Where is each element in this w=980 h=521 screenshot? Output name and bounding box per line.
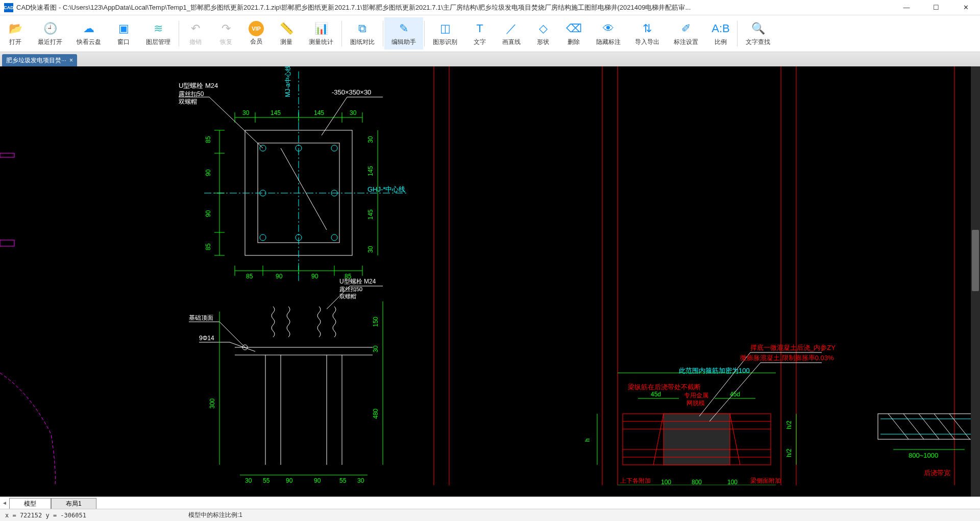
toolbar-label: 图纸对比 [350,38,375,46]
toolbar-stats[interactable]: 📊测量统计 [302,17,340,50]
vertical-scrollbar[interactable] [971,66,980,496]
eraser-icon: ⌫ [566,20,582,37]
clock-icon: 🕘 [42,20,58,37]
layout-tabbar: ◄ 模型 布局1 [0,496,980,509]
toolbar-eraser[interactable]: ⌫删除 [558,17,589,50]
svg-text:30: 30 [357,477,364,484]
u-bolt-line2: 露丝扣50 [179,90,204,98]
titlebar: CAD CAD快速看图 - C:\Users\123\AppData\Local… [0,0,980,15]
toolbar-label: 图形识别 [433,38,457,46]
svg-text:90: 90 [276,273,283,280]
svg-text:85: 85 [205,243,212,250]
rebar-continuous-note: 梁纵筋在后浇带处不截断 [628,383,701,391]
toolbar-undo[interactable]: ↶撤销 [180,17,211,50]
tab-nav-left[interactable]: ◄ [0,497,9,509]
svg-text:露丝扣50: 露丝扣50 [339,286,362,292]
svg-text:30: 30 [367,136,374,143]
toolbar-text[interactable]: T文字 [464,17,495,50]
toolbar-label: 恢复 [220,38,232,46]
stats-icon: 📊 [313,20,329,37]
toolbar-label: 导入导出 [635,38,659,46]
svg-text:145: 145 [367,166,374,176]
toolbar-hide[interactable]: 👁隐藏标注 [589,17,628,50]
svg-text:h/2: h/2 [786,420,793,429]
toolbar-layers[interactable]: ≋图层管理 [139,17,178,50]
toolbar-edit-assist[interactable]: ✎编辑助手 [384,17,423,50]
svg-text:480: 480 [372,409,379,419]
svg-text:55: 55 [263,477,270,484]
edit-assist-icon: ✎ [396,20,412,37]
svg-text:85: 85 [205,136,212,143]
close-button[interactable]: ✕ [955,2,976,14]
annotate-settings-icon: ✐ [678,20,694,37]
coordinates-readout: x = 722152 y = -306051 [5,512,86,519]
ghj-centerline-label: GHJ-*中心线 [368,185,405,193]
toolbar-label: 打开 [9,38,21,46]
toolbar-label: 会员 [250,37,262,46]
toolbar-label: 画直线 [502,38,521,46]
toolbar-label: 编辑助手 [391,38,416,46]
tab-layout1[interactable]: 布局1 [51,498,96,509]
scrollbar-thumb[interactable] [972,230,979,291]
mja-centerline-label: MJ-a中心线 [284,66,291,97]
toolbar-recognize[interactable]: ◫图形识别 [426,17,464,50]
svg-text:90: 90 [311,273,318,280]
toolbar-ruler[interactable]: 📏测量 [271,17,302,50]
rebar-note: 9Φ14 [199,335,214,342]
toolbar-window[interactable]: ▣窗口 [108,17,139,50]
toolbar-label: 撤销 [189,38,202,46]
compare-icon: ⧉ [354,20,371,37]
plate-size-label: -350×350×30 [332,88,371,96]
toolbar-import-export[interactable]: ⇅导入导出 [628,17,667,50]
toolbar-ratio[interactable]: A:B比例 [705,17,736,50]
toolbar-shape[interactable]: ◇形状 [528,17,558,50]
document-tab[interactable]: 肥乡垃圾发电项目焚··· × [2,54,77,66]
toolbar-label: 删除 [568,38,580,46]
metal-mesh-1: 专用金属 [684,392,708,399]
svg-point-33 [331,234,337,241]
svg-text:45d: 45d [730,391,740,398]
toolbar-annotate-settings[interactable]: ✐标注设置 [667,17,705,50]
close-icon[interactable]: × [69,57,73,64]
svg-text:300: 300 [209,398,216,409]
toolbar-folder-open[interactable]: 📂打开 [0,17,31,50]
ratio-icon: A:B [713,20,729,37]
svg-text:h/2: h/2 [786,448,793,457]
folder-open-icon: 📂 [7,20,23,37]
svg-rect-8 [0,240,14,246]
svg-rect-7 [0,153,14,157]
toolbar-redo[interactable]: ↷恢复 [211,17,241,50]
svg-text:90: 90 [205,169,212,176]
tab-model[interactable]: 模型 [9,498,51,509]
statusbar: x = 722152 y = -306051 模型中的标注比例:1 [0,509,980,521]
toolbar-text-search[interactable]: 🔍文字查找 [739,17,777,50]
side-add: 梁侧面附加 [750,477,781,484]
svg-text:90: 90 [314,477,321,484]
svg-line-123 [949,414,970,439]
svg-line-42 [322,97,347,135]
toolbar-line[interactable]: ／画直线 [495,17,528,50]
svg-text:h: h [584,438,591,442]
ruler-icon: 📏 [278,20,295,37]
svg-text:800: 800 [692,479,702,485]
svg-line-122 [934,414,954,439]
toolbar-cloud[interactable]: ☁快看云盘 [69,17,108,50]
toolbar-label: 测量 [280,38,292,46]
maximize-button[interactable]: ☐ [926,2,946,14]
svg-line-121 [919,414,939,439]
toolbar-clock[interactable]: 🕘最近打开 [31,17,69,50]
toolbar-compare[interactable]: ⧉图纸对比 [343,17,382,50]
svg-line-120 [903,414,924,439]
svg-text:145: 145 [271,109,281,116]
toolbar-vip[interactable]: VIP会员 [241,17,271,50]
toolbar-label: 比例 [715,38,727,46]
app-icon: CAD [4,3,13,12]
window-title: CAD快速看图 - C:\Users\123\AppData\Local\Tem… [16,3,896,12]
import-export-icon: ⇅ [639,20,655,37]
minimize-button[interactable]: — [896,2,917,14]
main-toolbar: 📂打开🕘最近打开☁快看云盘▣窗口≋图层管理↶撤销↷恢复VIP会员📏测量📊测量统计… [0,15,980,52]
text-search-icon: 🔍 [750,20,766,37]
drawing-canvas[interactable]: U型螺栓 M24 露丝扣50 双螺帽 -350×350×30 GHJ-*中心线 … [0,66,980,496]
svg-text:30: 30 [350,109,357,116]
svg-text:30: 30 [245,477,252,484]
